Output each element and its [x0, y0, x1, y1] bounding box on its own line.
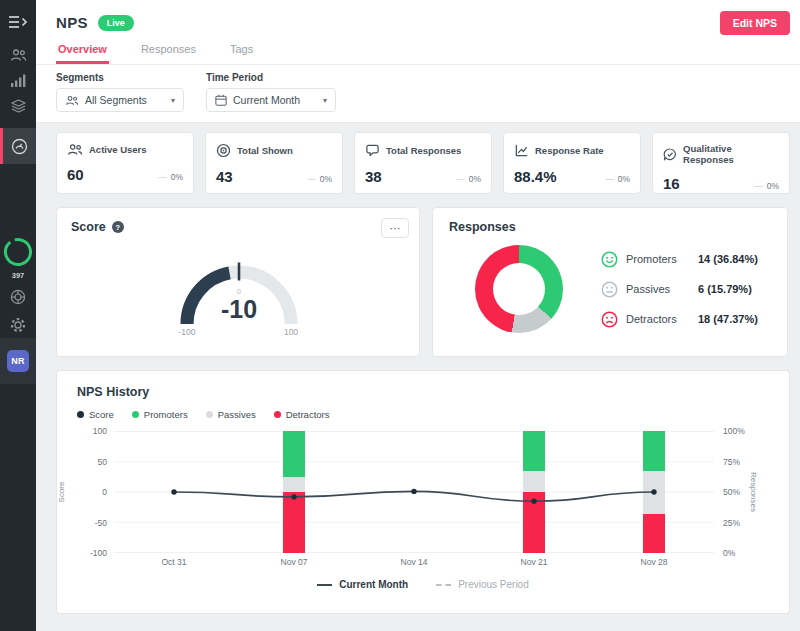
y-tick-left: 50 [98, 457, 107, 467]
responses-donut-chart [475, 245, 563, 333]
page-title: NPS [56, 14, 88, 31]
y-tick-right: 0% [723, 548, 735, 558]
legend-label: Detractors [626, 313, 698, 325]
footer-legend-current-month[interactable]: Current Month [317, 579, 408, 590]
stat-cards-row: Active Users 60 —0% [56, 132, 790, 194]
stat-label: Total Responses [386, 145, 461, 156]
gauge-label: -100 [178, 327, 195, 337]
bar-segment-detractors [643, 514, 665, 553]
history-plot [114, 431, 714, 553]
legend-item-detractors[interactable]: Detractors [274, 409, 330, 420]
y-axis-left-ticks: 100500-50-100 [77, 431, 107, 553]
sidebar-item-segments[interactable] [0, 98, 36, 114]
no-change-dash-icon: — [605, 174, 614, 184]
sidebar-item-users[interactable] [0, 46, 36, 64]
score-point [531, 498, 536, 503]
footer-legend-previous-period[interactable]: Previous Period [436, 579, 529, 590]
y-tick-left: 0 [102, 487, 107, 497]
calendar-icon [215, 94, 227, 106]
y-tick-right: 75% [723, 457, 740, 467]
nps-history-card: NPS History Score Promoters Passives Det… [56, 370, 790, 614]
sidebar-item-help[interactable] [0, 288, 36, 305]
legend-dot [77, 411, 84, 418]
stat-delta: —0% [605, 174, 630, 184]
stat-card-response-rate: Response Rate 88.4% —0% [503, 132, 641, 194]
x-tick-label: Oct 31 [161, 557, 186, 567]
history-footer-legend: Current Month Previous Period [77, 579, 769, 590]
gauge-label: 0 [237, 288, 241, 295]
legend-item-passives[interactable]: Passives [206, 409, 256, 420]
legend-item-promoters[interactable]: Promoters [132, 409, 188, 420]
legend-row-promoters: Promoters 14 (36.84%) [601, 251, 758, 268]
sidebar-item-analytics[interactable] [0, 72, 36, 88]
sidebar: 397 NR [0, 0, 36, 631]
score-point [291, 494, 296, 499]
sidebar-expand-button[interactable] [0, 12, 36, 32]
edit-nps-button[interactable]: Edit NPS [720, 11, 790, 35]
score-card: Score ? ⋯ 0-10-100100 [56, 207, 420, 357]
stat-value: 88.4% [514, 168, 557, 185]
user-avatar-block[interactable]: NR [0, 338, 36, 384]
help-icon[interactable]: ? [112, 221, 124, 233]
history-legend: Score Promoters Passives Detractors [77, 409, 769, 420]
history-title: NPS History [77, 385, 769, 399]
legend-row-detractors: Detractors 18 (47.37%) [601, 311, 758, 328]
nps-gauge-icon [11, 138, 28, 155]
nps-ring-widget[interactable] [0, 236, 36, 268]
sidebar-item-settings[interactable] [0, 316, 36, 333]
live-badge: Live [98, 15, 134, 31]
card-menu-button[interactable]: ⋯ [381, 218, 409, 238]
nps-dashboard: 397 NR NPS [0, 0, 800, 631]
segments-value: All Segments [85, 94, 147, 106]
main-area: NPS Live Edit NPS Overview Responses Tag… [36, 0, 800, 631]
responses-title: Responses [449, 220, 771, 234]
time-period-value: Current Month [233, 94, 300, 106]
legend-dot [206, 411, 213, 418]
tab-tags[interactable]: Tags [228, 37, 255, 64]
gauge-label: 100 [284, 327, 298, 337]
stat-label: Total Shown [237, 145, 293, 156]
caret-down-icon: ▾ [323, 96, 327, 105]
stat-value: 43 [216, 168, 233, 185]
stat-card-active-users: Active Users 60 —0% [56, 132, 194, 194]
stat-card-total-responses: Total Responses 38 —0% [354, 132, 492, 194]
sidebar-item-nps-active[interactable] [0, 128, 36, 164]
ring-value: 397 [0, 271, 36, 280]
dashed-line-icon [436, 584, 451, 586]
time-period-label: Time Period [206, 72, 336, 83]
x-tick-label: Nov 14 [401, 557, 428, 567]
tab-overview[interactable]: Overview [56, 37, 109, 64]
donut-hole [493, 263, 545, 315]
segments-dropdown[interactable]: All Segments ▾ [56, 88, 184, 112]
y-tick-left: 100 [93, 426, 107, 436]
legend-item-score[interactable]: Score [77, 409, 114, 420]
legend-dot [274, 411, 281, 418]
score-title: Score [71, 220, 106, 234]
filter-bar: Segments All Segments ▾ Time Period [36, 65, 800, 122]
gauge-chart: 0-10-100100 [149, 236, 329, 340]
life-ring-icon [10, 289, 26, 305]
stat-delta: —0% [456, 174, 481, 184]
avatar[interactable]: NR [7, 350, 29, 372]
bar-chart-icon [11, 74, 26, 87]
tab-responses[interactable]: Responses [139, 37, 198, 64]
y-tick-right: 25% [723, 518, 740, 528]
y-tick-left: -50 [95, 518, 107, 528]
time-period-dropdown[interactable]: Current Month ▾ [206, 88, 336, 112]
layers-icon [11, 99, 26, 113]
bar-segment-promoters [643, 431, 665, 471]
y-tick-left: -100 [90, 548, 107, 558]
no-change-dash-icon: — [307, 174, 316, 184]
score-point [171, 489, 176, 494]
legend-row-passives: Passives 6 (15.79%) [601, 281, 758, 298]
y-tick-right: 50% [723, 487, 740, 497]
responses-card: Responses Pro [432, 207, 788, 357]
score-responses-row: Score ? ⋯ 0-10-100100 Responses [56, 207, 790, 357]
stat-delta: —0% [307, 174, 332, 184]
stat-label: Qualitative Responses [683, 143, 779, 165]
segments-users-icon [65, 95, 79, 106]
y-axis-left-title: Score [57, 482, 66, 503]
tab-bar: Overview Responses Tags [36, 37, 800, 65]
legend-label: Promoters [626, 253, 698, 265]
active-users-icon [67, 143, 83, 156]
